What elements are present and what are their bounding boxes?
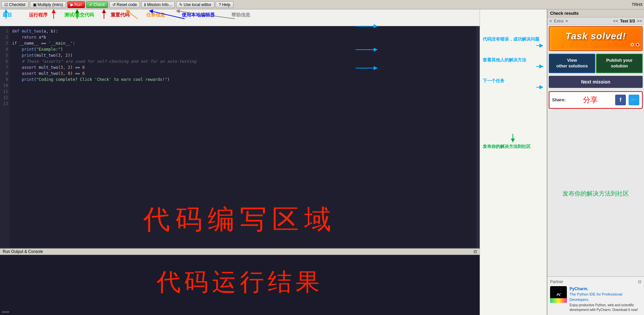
facebook-icon: f	[620, 97, 621, 103]
task-solved-text: Task solved!	[552, 31, 639, 42]
editor-outer: 题目 运行程序 测试/提交代码 重置代码 任务信息 使用本地编辑器 帮助信息	[0, 9, 480, 248]
ann-help: 帮助信息	[231, 12, 250, 18]
check-button[interactable]: ✔ Check	[86, 1, 108, 8]
community-text: 发布你的解决方法到社区	[547, 111, 644, 277]
partner-subtitle: The Python IDE for ProfessionalDeveloper…	[570, 292, 638, 302]
ann-view-solutions: 查看其他人的解决方法	[483, 57, 544, 71]
checklist-button[interactable]: ☑ Checklist	[1, 1, 29, 8]
partner-content: PC PyCharm. The Python IDE for Professio…	[550, 286, 641, 312]
ann-run: 运行程序	[29, 12, 48, 18]
console-output-text: 代码运行结果	[157, 266, 323, 298]
console-prompt: >>>	[0, 309, 11, 315]
share-section: Share: 分享 f 🐦	[549, 91, 643, 109]
publish-solution-button[interactable]: Publish your solution	[596, 54, 643, 73]
check-results-header: Check results	[547, 9, 644, 17]
help-icon: ?	[219, 2, 221, 7]
task-solved-banner: Task solved!	[549, 26, 643, 51]
nav-right-btn[interactable]: >	[566, 18, 568, 23]
code-line: return a*b	[12, 34, 477, 40]
ann-local-editor: 使用本地编辑器	[182, 12, 215, 18]
code-line: if __name__ == '__main__':	[12, 40, 477, 46]
share-chinese-text: 分享	[568, 95, 612, 105]
console-panel: Run Output & Console ⊡ 代码运行结果 >>>	[0, 248, 480, 315]
reset-icon: ↺	[112, 2, 116, 7]
ann-test: 测试/提交代码	[64, 12, 94, 18]
pycharm-logo: PC	[550, 286, 567, 303]
twitter-icon: 🐦	[631, 97, 637, 103]
main-layout: 题目 运行程序 测试/提交代码 重置代码 任务信息 使用本地编辑器 帮助信息	[0, 9, 644, 315]
console-header-label: Run Output & Console	[3, 249, 43, 254]
action-buttons: Viewother solutions Publish your solutio…	[549, 54, 643, 73]
task-solved-dots	[552, 43, 639, 46]
dot-red	[636, 43, 639, 46]
partner-header: Partner ⊡	[550, 279, 641, 284]
facebook-button[interactable]: f	[615, 95, 626, 105]
right-panel: Check results < Extra > << Test 3/3 >> T…	[547, 9, 644, 315]
user-label: TRHX	[632, 2, 643, 7]
twitter-button[interactable]: 🐦	[629, 95, 639, 105]
checklist-icon: ☑	[4, 2, 8, 7]
editor-scrollbar[interactable]	[476, 26, 480, 248]
mission-info-button[interactable]: ℹ Mission Info...	[141, 1, 175, 8]
partner-desc: Enjoy productive Python, web and scienti…	[570, 303, 638, 312]
code-line: # These "asserts" are used for self-chec…	[12, 58, 477, 64]
ann-reset: 重置代码	[111, 12, 129, 18]
mission-button[interactable]: ▣ Multiply (Intro)	[30, 1, 66, 8]
partner-label: Partner	[550, 279, 563, 284]
test-label: Test 3/3	[620, 19, 635, 23]
run-icon: ▶	[70, 2, 73, 7]
code-line: print(mult_two(3, 2))	[12, 52, 477, 58]
console-body: 代码运行结果	[0, 255, 480, 309]
ann-no-error: 代码没有错误，成功解决问题	[483, 36, 544, 50]
console-collapse-icon[interactable]: ⊡	[474, 249, 477, 254]
toolbar: ☑ Checklist ▣ Multiply (Intro) ▶ Run ✔ C…	[0, 0, 644, 9]
run-button[interactable]: ▶ Run	[67, 1, 85, 8]
code-line: print("Example:")	[12, 46, 477, 52]
code-line: assert mult_two(3, 0) == 6	[12, 70, 477, 76]
mission-icon: ▣	[33, 2, 37, 7]
pycharm-logo-text: PC	[556, 293, 560, 297]
extra-label: Extra	[554, 19, 564, 23]
next-mission-button[interactable]: Next mission	[549, 76, 643, 88]
ann-publish: 发布你的解决方法到社区	[483, 132, 544, 150]
nav-left-btn[interactable]: <	[549, 18, 552, 23]
reset-button[interactable]: ↺ Reset code	[109, 1, 140, 8]
annotation-column: 代码没有错误，成功解决问题 查看其他人的解决方法 下一个任务 发布你的解决方法到…	[480, 9, 547, 315]
ann-next-mission: 下一个任务	[483, 78, 544, 92]
console-header: Run Output & Console ⊡	[0, 249, 480, 255]
nav-right2-btn[interactable]: >>	[637, 18, 642, 23]
ann-mission-info: 任务信息	[146, 12, 165, 18]
dot-orange	[631, 43, 634, 46]
nav-left2-btn[interactable]: <<	[613, 18, 618, 23]
code-line: assert mult_two(3, 2) == 6	[12, 64, 477, 70]
community-chinese-text: 发布你的解决方法到社区	[562, 189, 629, 199]
code-area[interactable]: def mult_two(a, b): return a*b if __name…	[9, 26, 480, 248]
share-label: Share:	[552, 97, 566, 102]
local-editor-button[interactable]: ✎ Use local editor	[176, 1, 214, 8]
line-numbers: 12345 678910 111213	[0, 26, 9, 248]
editor-area[interactable]: 12345 678910 111213 def mult_two(a, b): …	[0, 26, 480, 248]
code-line: def mult_two(a, b):	[12, 28, 477, 34]
left-panel: 题目 运行程序 测试/提交代码 重置代码 任务信息 使用本地编辑器 帮助信息	[0, 9, 480, 315]
check-results-nav: < Extra > << Test 3/3 >>	[547, 17, 644, 25]
check-icon: ✔	[89, 2, 93, 7]
info-icon: ℹ	[144, 2, 146, 7]
partner-text: PyCharm. The Python IDE for Professional…	[570, 286, 638, 312]
view-solutions-button[interactable]: Viewother solutions	[549, 54, 595, 73]
pycharm-logo-inner	[550, 298, 567, 303]
check-results-title: Check results	[550, 11, 579, 16]
help-button[interactable]: ? Help	[216, 1, 233, 8]
partner-section: Partner ⊡ PC PyCharm. The Python IDE for…	[547, 276, 644, 315]
toolbar-annotations: 题目 运行程序 测试/提交代码 重置代码 任务信息 使用本地编辑器 帮助信息	[0, 9, 480, 26]
partner-title[interactable]: PyCharm.	[570, 286, 638, 292]
code-line: print("Coding complete? Click 'Check' to…	[12, 76, 477, 83]
ann-subject: 题目	[3, 12, 12, 18]
editor-icon: ✎	[179, 2, 182, 7]
partner-collapse-icon[interactable]: ⊡	[638, 279, 641, 284]
editor-content: 12345 678910 111213 def mult_two(a, b): …	[0, 26, 480, 248]
